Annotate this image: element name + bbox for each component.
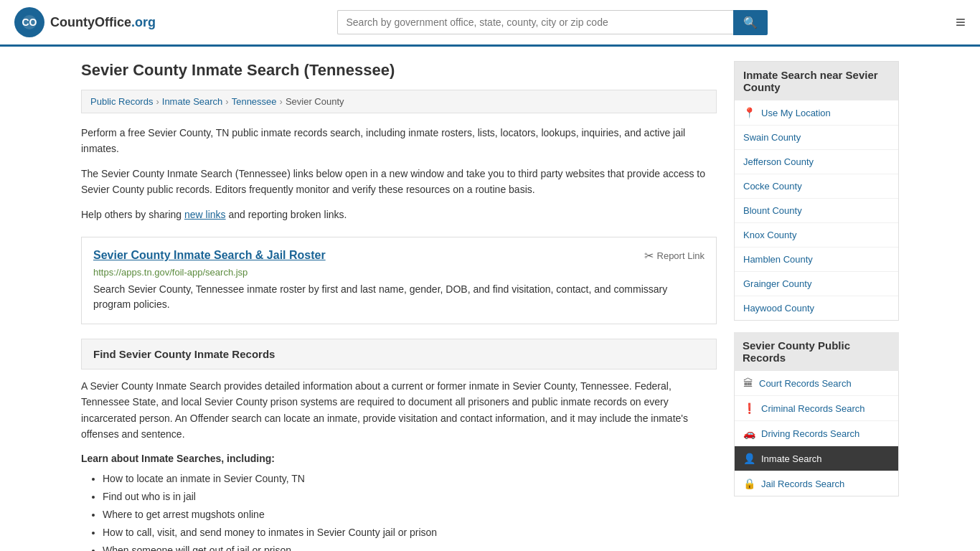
svg-text:CO: CO (22, 17, 37, 28)
driving-icon: 🚗 (743, 428, 755, 439)
sidebar-jail-records[interactable]: 🔒 Jail Records Search (735, 471, 898, 496)
logo-icon: CO (14, 7, 44, 37)
sidebar-link-cocke-county[interactable]: Cocke County (735, 174, 898, 199)
use-my-location-label: Use My Location (761, 108, 831, 118)
jail-records-label: Jail Records Search (761, 479, 844, 489)
sidebar-inmate-search[interactable]: 👤 Inmate Search (735, 446, 898, 471)
report-link-icon: ✂ (644, 249, 654, 263)
list-item: Find out who is in jail (103, 488, 717, 506)
jefferson-county-label: Jefferson County (743, 156, 814, 167)
sidebar-link-knox-county[interactable]: Knox County (735, 223, 898, 248)
cocke-county-label: Cocke County (743, 181, 802, 192)
sidebar-use-my-location[interactable]: 📍 Use My Location (735, 100, 898, 126)
description-3: Help others by sharing new links and rep… (81, 207, 717, 222)
description-2: The Sevier County Inmate Search (Tenness… (81, 166, 717, 198)
sidebar: Inmate Search near Sevier County 📍 Use M… (734, 61, 899, 551)
sidebar-link-swain-county[interactable]: Swain County (735, 126, 898, 150)
inmate-icon: 👤 (743, 453, 755, 464)
breadcrumb-sep-1: › (156, 96, 159, 107)
location-pin-icon: 📍 (743, 107, 755, 118)
knox-county-label: Knox County (743, 230, 796, 240)
breadcrumb-inmate-search[interactable]: Inmate Search (162, 96, 223, 107)
main-container: Sevier County Inmate Search (Tennessee) … (67, 61, 913, 551)
list-item: Where to get arrest mugshots online (103, 506, 717, 524)
court-icon: 🏛 (743, 377, 753, 389)
criminal-icon: ❗ (743, 402, 755, 414)
sidebar-link-blount-county[interactable]: Blount County (735, 199, 898, 223)
jail-icon: 🔒 (743, 478, 755, 489)
sidebar-link-jefferson-county[interactable]: Jefferson County (735, 150, 898, 174)
report-link-label: Report Link (657, 250, 705, 261)
public-records-section-title: Sevier County Public Records (734, 332, 899, 371)
description-1: Perform a free Sevier County, TN public … (81, 125, 717, 157)
haywood-county-label: Haywood County (743, 303, 814, 314)
sidebar-criminal-records[interactable]: ❗ Criminal Records Search (735, 396, 898, 421)
find-section-title: Find Sevier County Inmate Records (93, 348, 705, 360)
sidebar-driving-records[interactable]: 🚗 Driving Records Search (735, 421, 898, 446)
logo-text: CountyOffice.org (50, 15, 156, 30)
link-card: Sevier County Inmate Search & Jail Roste… (81, 237, 717, 324)
list-item: How to call, visit, and send money to in… (103, 524, 717, 542)
nearby-section-title: Inmate Search near Sevier County (734, 61, 899, 100)
grainger-county-label: Grainger County (743, 278, 811, 289)
list-item: When someone will get out of jail or pri… (103, 542, 717, 551)
nearby-links: 📍 Use My Location Swain County Jefferson… (734, 100, 899, 321)
search-button[interactable]: 🔍 (733, 10, 768, 35)
link-desc: Search Sevier County, Tennessee inmate r… (93, 282, 705, 312)
search-area: 🔍 (337, 10, 768, 35)
link-card-header: Sevier County Inmate Search & Jail Roste… (93, 249, 705, 263)
link-url[interactable]: https://apps.tn.gov/foil-app/search.jsp (93, 267, 705, 278)
breadcrumb-sevier-county: Sevier County (286, 96, 344, 107)
bullet-list: How to locate an inmate in Sevier County… (81, 470, 717, 551)
breadcrumb-sep-2: › (225, 96, 228, 107)
search-input[interactable] (337, 10, 733, 34)
new-links-link[interactable]: new links (184, 209, 226, 220)
inmate-search-label: Inmate Search (761, 453, 822, 464)
report-link-btn[interactable]: ✂ Report Link (644, 249, 705, 263)
blount-county-label: Blount County (743, 205, 802, 216)
header: CO CountyOffice.org 🔍 ≡ (0, 0, 980, 47)
criminal-records-label: Criminal Records Search (761, 403, 865, 414)
page-title: Sevier County Inmate Search (Tennessee) (81, 61, 717, 80)
swain-county-label: Swain County (743, 132, 801, 143)
breadcrumb-tennessee[interactable]: Tennessee (232, 96, 277, 107)
sidebar-link-hamblen-county[interactable]: Hamblen County (735, 248, 898, 272)
hamblen-county-label: Hamblen County (743, 254, 813, 265)
sidebar-link-grainger-county[interactable]: Grainger County (735, 272, 898, 296)
breadcrumb: Public Records › Inmate Search › Tenness… (81, 90, 717, 113)
link-card-title[interactable]: Sevier County Inmate Search & Jail Roste… (93, 249, 326, 262)
court-records-label: Court Records Search (759, 378, 852, 389)
breadcrumb-public-records[interactable]: Public Records (90, 96, 153, 107)
learn-heading: Learn about Inmate Searches, including: (81, 453, 717, 464)
sidebar-court-records[interactable]: 🏛 Court Records Search (735, 371, 898, 396)
content-area: Sevier County Inmate Search (Tennessee) … (81, 61, 717, 551)
logo-area: CO CountyOffice.org (14, 7, 156, 37)
sidebar-link-haywood-county[interactable]: Haywood County (735, 296, 898, 320)
hamburger-menu[interactable]: ≡ (956, 12, 966, 32)
driving-records-label: Driving Records Search (761, 428, 859, 439)
find-section-box: Find Sevier County Inmate Records (81, 339, 717, 369)
find-body-text: A Sevier County Inmate Search provides d… (81, 378, 717, 443)
public-records-links: 🏛 Court Records Search ❗ Criminal Record… (734, 371, 899, 496)
list-item: How to locate an inmate in Sevier County… (103, 470, 717, 488)
breadcrumb-sep-3: › (280, 96, 283, 107)
